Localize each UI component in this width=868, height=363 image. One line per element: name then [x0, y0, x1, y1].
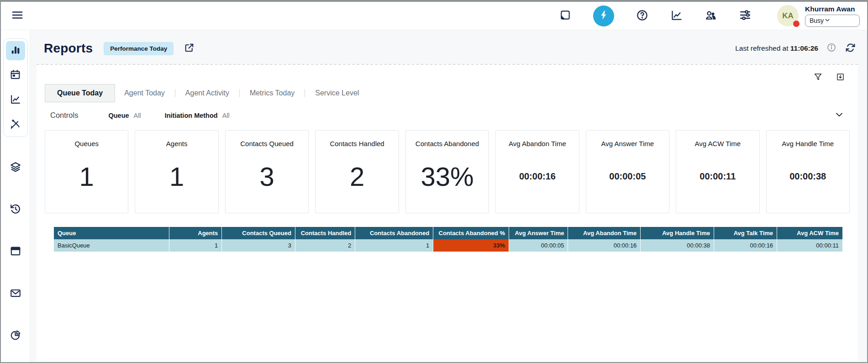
lightning-icon [598, 10, 609, 22]
report-tabs: Queue Today Agent Today Agent Activity M… [45, 84, 850, 102]
cell-avg-answer-time: 00:00:05 [509, 239, 568, 252]
last-refreshed-time: 11:06:26 [790, 44, 818, 52]
cell-agents: 1 [169, 239, 222, 252]
sidebar-item-mail[interactable] [6, 284, 25, 303]
main-content: Reports Performance Today Last refreshed… [30, 30, 867, 362]
open-in-new-window-button[interactable] [184, 42, 195, 55]
cell-avg-abandon-time: 00:00:16 [568, 239, 641, 252]
kpi-card-avg-acw-time: Avg ACW Time 00:00:11 [676, 130, 759, 213]
user-info: Khurram Awan Busy [805, 5, 860, 27]
help-icon [636, 9, 648, 23]
history-icon [10, 203, 21, 216]
queue-metrics-table: Queue Agents Contacts Queued Contacts Ha… [54, 227, 842, 252]
table-row[interactable]: BasicQueue 1 3 2 1 33% 00:00:05 00:00:16… [54, 239, 842, 252]
tab-service-level[interactable]: Service Level [306, 84, 368, 102]
sidebar-item-design[interactable] [6, 115, 25, 134]
column-header[interactable]: Avg Answer Time [509, 227, 568, 239]
download-icon [836, 72, 845, 83]
tab-queue-today[interactable]: Queue Today [45, 84, 115, 102]
settings-sliders-button[interactable] [739, 9, 752, 23]
line-chart-icon [10, 94, 21, 106]
download-button[interactable] [836, 72, 845, 83]
queue-filter[interactable]: Queue All [108, 112, 141, 119]
tab-divider [175, 89, 175, 97]
kpi-card-contacts-abandoned: Contacts Abandoned 33% [405, 130, 489, 213]
last-refreshed-text: Last refreshed at 11:06:26 [735, 44, 818, 53]
cell-avg-talk-time: 00:00:16 [714, 239, 777, 252]
column-header[interactable]: Contacts Handled [295, 227, 355, 239]
window-icon [10, 245, 21, 258]
collapse-controls-button[interactable] [834, 110, 844, 121]
help-button[interactable] [636, 9, 648, 23]
sidebar-group-analytics [3, 38, 28, 137]
kpi-card-contacts-queued: Contacts Queued 3 [225, 130, 309, 213]
cell-avg-handle-time: 00:00:38 [641, 239, 714, 252]
sidebar-item-browser[interactable] [6, 242, 25, 261]
filter-icon [813, 72, 823, 83]
column-header[interactable]: Avg Handle Time [641, 227, 714, 239]
top-bar: KA Khurram Awan Busy [1, 2, 867, 30]
kpi-card-queues: Queues 1 [45, 130, 128, 213]
refresh-icon [845, 42, 856, 55]
tab-agent-activity[interactable]: Agent Activity [176, 84, 238, 102]
metrics-button[interactable] [670, 9, 683, 23]
kpi-cards: Queues 1 Agents 1 Contacts Queued 3 Cont… [45, 130, 850, 213]
busy-status-dot [793, 21, 800, 27]
page-header: Reports Performance Today Last refreshed… [30, 30, 867, 64]
report-widget-card: Queue Today Agent Today Agent Activity M… [37, 64, 858, 361]
column-header[interactable]: Avg Talk Time [714, 227, 777, 239]
line-chart-icon [670, 9, 683, 23]
status-dropdown[interactable]: Busy [805, 15, 860, 27]
sidebar-group-secondary [6, 158, 25, 363]
column-header[interactable]: Contacts Abandoned [355, 227, 433, 239]
notes-icon [559, 9, 571, 22]
controls-title: Controls [50, 111, 78, 120]
cell-queue-name: BasicQueue [54, 239, 169, 252]
avatar[interactable]: KA [777, 5, 799, 26]
column-header[interactable]: Queue [54, 227, 169, 239]
hamburger-menu-button[interactable] [9, 8, 26, 24]
column-header[interactable]: Agents [169, 227, 222, 239]
sidebar-item-schedule[interactable] [6, 66, 25, 85]
status-value: Busy [810, 17, 824, 24]
users-button[interactable] [705, 9, 717, 23]
kpi-card-avg-abandon-time: Avg Abandon Time 00:00:16 [495, 130, 579, 213]
tab-agent-today[interactable]: Agent Today [115, 84, 174, 102]
column-header[interactable]: Avg Abandon Time [568, 227, 641, 239]
column-header[interactable]: Contacts Queued [222, 227, 295, 239]
kpi-card-agents: Agents 1 [135, 130, 218, 213]
controls-bar: Controls Queue All Initiation Method All [45, 102, 850, 127]
left-sidebar [1, 30, 30, 362]
widget-toolbar [45, 68, 850, 83]
column-header[interactable]: Avg ACW Time [777, 227, 842, 239]
refresh-button[interactable] [845, 42, 856, 55]
report-badge: Performance Today [104, 42, 174, 55]
tab-divider [305, 89, 305, 97]
app-window: KA Khurram Awan Busy [0, 0, 868, 363]
sidebar-item-pie-reports[interactable] [6, 326, 25, 345]
topbar-icons [559, 5, 752, 26]
page-title: Reports [44, 41, 93, 56]
kpi-card-contacts-handled: Contacts Handled 2 [315, 130, 399, 213]
mail-icon [10, 287, 21, 300]
initiation-method-filter[interactable]: Initiation Method All [165, 112, 230, 119]
cell-contacts-queued: 3 [222, 239, 295, 252]
kpi-card-avg-answer-time: Avg Answer Time 00:00:05 [586, 130, 669, 213]
refresh-area: Last refreshed at 11:06:26 [735, 42, 856, 55]
quick-connects-button[interactable] [593, 5, 614, 26]
sidebar-item-layers[interactable] [6, 158, 25, 177]
sliders-icon [739, 9, 752, 23]
filter-button[interactable] [813, 72, 823, 83]
queue-metrics-table-wrap: Queue Agents Contacts Queued Contacts Ha… [54, 227, 842, 252]
sidebar-item-history[interactable] [6, 200, 25, 219]
tab-divider [239, 89, 240, 97]
sidebar-item-reports[interactable] [6, 41, 25, 60]
notes-button[interactable] [559, 9, 571, 22]
column-header[interactable]: Contacts Abandoned % [433, 227, 509, 239]
user-name: Khurram Awan [805, 5, 860, 13]
tab-metrics-today[interactable]: Metrics Today [241, 84, 304, 102]
cell-contacts-handled: 2 [295, 239, 355, 252]
table-header-row: Queue Agents Contacts Queued Contacts Ha… [54, 227, 842, 239]
info-icon[interactable] [826, 42, 836, 54]
sidebar-item-metrics[interactable] [6, 90, 25, 110]
